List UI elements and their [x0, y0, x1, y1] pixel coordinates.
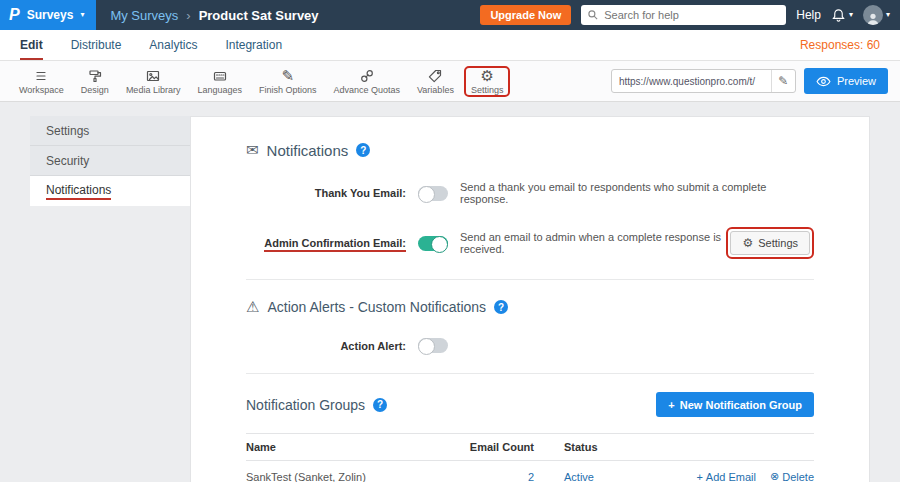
breadcrumb-separator: ›	[186, 8, 190, 23]
survey-nav: Edit Distribute Analytics Integration Re…	[0, 30, 900, 61]
add-email-link[interactable]: + Add Email	[696, 470, 756, 482]
search-icon	[587, 9, 599, 21]
toolbar-item-languages[interactable]: Languages	[190, 66, 249, 97]
toolbar-item-settings[interactable]: ⚙ Settings	[464, 66, 511, 97]
survey-url-value[interactable]: https://www.questionpro.com/t/	[612, 76, 771, 87]
pencil-icon: ✎	[281, 68, 294, 84]
action-alert-toggle[interactable]	[418, 338, 448, 353]
sidebar-item-settings[interactable]: Settings	[30, 116, 190, 146]
group-name: SankTest (Sanket, Zolin)	[246, 471, 454, 482]
breadcrumb-current: Product Sat Survey	[199, 8, 319, 23]
toolbar-item-finish-options[interactable]: ✎ Finish Options	[252, 66, 324, 97]
help-search-input[interactable]	[604, 9, 780, 21]
table-row: SankTest (Sanket, Zolin) 2 Active + Add …	[246, 461, 814, 482]
questionpro-logo: P	[9, 6, 20, 24]
tab-distribute[interactable]: Distribute	[71, 30, 122, 60]
section-title-text: Action Alerts - Custom Notifications	[267, 299, 486, 315]
header-status: Status	[534, 441, 654, 453]
notifications-panel: ✉ Notifications ? Thank You Email: Send …	[190, 116, 870, 482]
action-alerts-section: ⚠ Action Alerts - Custom Notifications ?…	[246, 298, 814, 374]
survey-url-field[interactable]: https://www.questionpro.com/t/ ✎	[611, 69, 796, 93]
sidebar-item-security[interactable]: Security	[30, 146, 190, 176]
help-question-icon[interactable]: ?	[356, 143, 370, 157]
notifications-bell[interactable]: ▾	[831, 8, 853, 23]
toolbar-item-design[interactable]: Design	[74, 66, 116, 97]
bell-icon	[831, 8, 846, 23]
admin-confirmation-label: Admin Confirmation Email:	[246, 237, 406, 249]
tab-analytics[interactable]: Analytics	[149, 30, 197, 60]
person-icon	[866, 12, 880, 25]
responses-count[interactable]: Responses: 60	[800, 38, 880, 52]
breadcrumb-my-surveys[interactable]: My Surveys	[110, 8, 178, 23]
toolbar-item-variables[interactable]: Variables	[410, 66, 461, 97]
toolbar-item-label: Design	[81, 85, 109, 95]
add-email-label: Add Email	[706, 471, 756, 482]
settings-sidebar: Settings Security Notifications	[30, 116, 190, 206]
sidebar-item-notifications[interactable]: Notifications	[30, 176, 190, 206]
action-alert-row: Action Alert:	[246, 338, 814, 353]
envelope-icon: ✉	[246, 141, 259, 159]
content-area: Settings Security Notifications ✉ Notifi…	[0, 102, 900, 482]
toolbar-item-label: Variables	[417, 85, 454, 95]
admin-confirmation-toggle[interactable]	[418, 236, 448, 251]
status-link[interactable]: Active	[564, 471, 594, 482]
chevron-down-icon: ▾	[849, 11, 853, 19]
avatar	[863, 5, 883, 25]
settings-button-label: Settings	[758, 237, 798, 249]
sidebar-item-label: Settings	[46, 124, 89, 138]
help-link[interactable]: Help	[796, 8, 821, 22]
toolbar-item-advance-quotas[interactable]: Advance Quotas	[326, 66, 407, 97]
notifications-section-title: ✉ Notifications ?	[246, 141, 814, 159]
preview-button[interactable]: Preview	[804, 68, 888, 94]
notification-groups-section: Notification Groups ? + New Notification…	[246, 392, 814, 482]
toolbar-item-workspace[interactable]: Workspace	[12, 66, 71, 97]
pencil-icon: ✎	[778, 74, 788, 88]
chevron-down-icon: ▾	[80, 11, 84, 19]
admin-email-settings-button[interactable]: ⚙ Settings	[730, 231, 810, 255]
action-alerts-title: ⚠ Action Alerts - Custom Notifications ?	[246, 298, 814, 316]
edit-url-button[interactable]: ✎	[771, 70, 795, 92]
tab-integration[interactable]: Integration	[225, 30, 282, 60]
action-alert-label: Action Alert:	[246, 340, 406, 352]
user-menu[interactable]: ▾	[863, 5, 890, 25]
edit-toolbar: Workspace Design Media Library Languages…	[0, 61, 900, 102]
workspace-icon	[33, 68, 49, 84]
chevron-down-icon: ▾	[886, 11, 890, 19]
admin-confirmation-label-text: Admin Confirmation Email:	[264, 237, 406, 252]
new-notification-group-button[interactable]: + New Notification Group	[656, 392, 814, 417]
toolbar-right: https://www.questionpro.com/t/ ✎ Preview	[611, 68, 888, 94]
help-question-icon[interactable]: ?	[494, 300, 508, 314]
toolbar-item-label: Languages	[197, 85, 242, 95]
thank-you-email-label: Thank You Email:	[246, 187, 406, 199]
sidebar-item-label: Security	[46, 154, 89, 168]
help-search[interactable]	[581, 5, 786, 25]
gear-icon: ⚙	[742, 236, 753, 250]
toolbar-item-label: Finish Options	[259, 85, 317, 95]
surveys-menu[interactable]: P Surveys ▾	[0, 0, 96, 30]
tag-icon	[427, 68, 443, 84]
delete-label: Delete	[782, 471, 814, 482]
sidebar-item-label: Notifications	[46, 183, 111, 200]
tab-edit[interactable]: Edit	[20, 30, 43, 60]
toolbar-item-media-library[interactable]: Media Library	[119, 66, 188, 97]
design-icon	[87, 68, 103, 84]
keyboard-icon	[212, 68, 228, 84]
thank-you-email-toggle[interactable]	[418, 186, 448, 201]
toolbar-item-label: Workspace	[19, 85, 64, 95]
toolbar-item-label: Advance Quotas	[333, 85, 400, 95]
notifications-section: ✉ Notifications ? Thank You Email: Send …	[246, 141, 814, 280]
help-question-icon[interactable]: ?	[373, 398, 387, 412]
gear-icon: ⚙	[480, 68, 493, 84]
section-title-text: Notifications	[267, 142, 349, 159]
delete-link[interactable]: ⊗ Delete	[770, 470, 814, 482]
eye-icon	[816, 76, 831, 87]
chain-link-icon	[359, 68, 375, 84]
row-actions: + Add Email ⊗ Delete	[654, 470, 814, 482]
preview-label: Preview	[837, 75, 876, 87]
toolbar-item-label: Settings	[471, 85, 504, 95]
upgrade-now-button[interactable]: Upgrade Now	[480, 5, 571, 25]
thank-you-email-description: Send a thank you email to respondents wh…	[460, 181, 814, 205]
toolbar-item-label: Media Library	[126, 85, 181, 95]
admin-confirmation-description: Send an email to admin when a complete r…	[460, 231, 726, 255]
section-title-text: Notification Groups	[246, 397, 365, 413]
